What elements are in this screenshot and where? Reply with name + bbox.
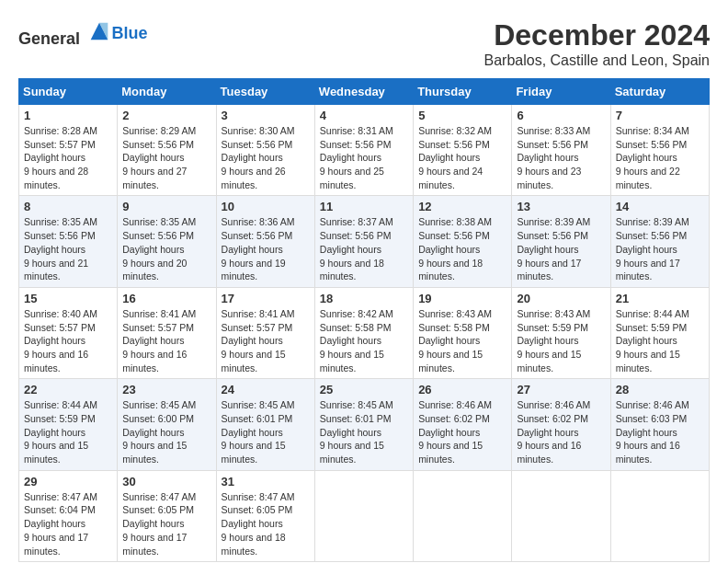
day-number: 29 <box>24 475 112 488</box>
sunset-label: Sunset: 6:02 PM <box>418 413 490 424</box>
sunrise-label: Sunrise: 8:44 AM <box>24 399 97 410</box>
daylight-value: 9 hours and 15 minutes. <box>418 349 483 373</box>
daylight-label: Daylight hours <box>320 335 381 346</box>
calendar-cell: 29 Sunrise: 8:47 AM Sunset: 6:04 PM Dayl… <box>19 470 118 561</box>
sunset-label: Sunset: 6:03 PM <box>616 413 688 424</box>
header-day-monday: Monday <box>118 79 216 105</box>
day-number: 16 <box>122 292 210 305</box>
calendar-cell <box>512 470 610 561</box>
calendar-cell: 9 Sunrise: 8:35 AM Sunset: 5:56 PM Dayli… <box>118 196 216 287</box>
daylight-label: Daylight hours <box>320 244 381 255</box>
calendar-cell <box>314 470 413 561</box>
daylight-label: Daylight hours <box>222 335 283 346</box>
day-number: 30 <box>122 475 210 488</box>
sunrise-label: Sunrise: 8:45 AM <box>222 399 295 410</box>
daylight-label: Daylight hours <box>24 335 85 346</box>
daylight-value: 9 hours and 15 minutes. <box>320 440 384 465</box>
sunrise-label: Sunrise: 8:44 AM <box>616 308 689 319</box>
day-number: 23 <box>122 383 210 396</box>
sunset-label: Sunset: 5:56 PM <box>517 139 588 150</box>
daylight-label: Daylight hours <box>517 152 578 163</box>
sunset-label: Sunset: 5:56 PM <box>616 230 688 241</box>
daylight-value: 9 hours and 28 minutes. <box>24 166 88 190</box>
sunrise-label: Sunrise: 8:45 AM <box>122 399 196 410</box>
day-number: 22 <box>24 383 112 396</box>
logo: General Blue <box>18 18 148 49</box>
daylight-label: Daylight hours <box>418 152 480 163</box>
day-number: 1 <box>24 109 112 122</box>
day-info: Sunrise: 8:35 AM Sunset: 5:56 PM Dayligh… <box>24 215 112 282</box>
sunset-label: Sunset: 5:56 PM <box>418 139 490 150</box>
day-number: 18 <box>320 292 408 305</box>
daylight-value: 9 hours and 16 minutes. <box>616 440 680 465</box>
daylight-label: Daylight hours <box>418 335 480 346</box>
sunrise-label: Sunrise: 8:39 AM <box>616 216 689 227</box>
sunrise-label: Sunrise: 8:41 AM <box>222 308 295 319</box>
sunset-label: Sunset: 5:56 PM <box>320 139 392 150</box>
header-day-tuesday: Tuesday <box>216 79 314 105</box>
sunset-label: Sunset: 6:05 PM <box>122 504 194 515</box>
day-info: Sunrise: 8:46 AM Sunset: 6:02 PM Dayligh… <box>418 398 506 465</box>
daylight-value: 9 hours and 19 minutes. <box>222 258 286 282</box>
day-info: Sunrise: 8:46 AM Sunset: 6:02 PM Dayligh… <box>517 398 605 465</box>
daylight-value: 9 hours and 16 minutes. <box>517 440 581 465</box>
sunset-label: Sunset: 6:00 PM <box>122 413 194 424</box>
sunrise-label: Sunrise: 8:39 AM <box>517 216 590 227</box>
daylight-label: Daylight hours <box>222 152 283 163</box>
daylight-label: Daylight hours <box>517 427 578 438</box>
daylight-value: 9 hours and 16 minutes. <box>122 349 187 373</box>
calendar-cell: 6 Sunrise: 8:33 AM Sunset: 5:56 PM Dayli… <box>512 105 610 196</box>
sunrise-label: Sunrise: 8:43 AM <box>517 308 590 319</box>
daylight-label: Daylight hours <box>517 335 578 346</box>
day-info: Sunrise: 8:37 AM Sunset: 5:56 PM Dayligh… <box>320 215 408 282</box>
sunset-label: Sunset: 5:56 PM <box>24 230 96 241</box>
sunrise-label: Sunrise: 8:37 AM <box>320 216 393 227</box>
day-info: Sunrise: 8:31 AM Sunset: 5:56 PM Dayligh… <box>320 124 408 191</box>
daylight-label: Daylight hours <box>320 427 381 438</box>
calendar-cell: 20 Sunrise: 8:43 AM Sunset: 5:59 PM Dayl… <box>512 287 610 378</box>
daylight-label: Daylight hours <box>418 427 480 438</box>
day-info: Sunrise: 8:45 AM Sunset: 6:00 PM Dayligh… <box>122 398 210 465</box>
calendar-cell: 12 Sunrise: 8:38 AM Sunset: 5:56 PM Dayl… <box>414 196 512 287</box>
day-number: 8 <box>24 200 112 213</box>
daylight-label: Daylight hours <box>24 427 85 438</box>
day-info: Sunrise: 8:29 AM Sunset: 5:56 PM Dayligh… <box>122 124 210 191</box>
sunset-label: Sunset: 5:59 PM <box>616 322 688 333</box>
day-number: 9 <box>122 200 210 213</box>
daylight-label: Daylight hours <box>122 152 184 163</box>
title-block: December 2024 Barbalos, Castille and Leo… <box>484 18 711 69</box>
calendar-cell: 8 Sunrise: 8:35 AM Sunset: 5:56 PM Dayli… <box>19 196 118 287</box>
header-day-friday: Friday <box>512 79 610 105</box>
sunset-label: Sunset: 5:58 PM <box>320 322 392 333</box>
logo-general: General <box>18 29 80 48</box>
calendar-cell: 28 Sunrise: 8:46 AM Sunset: 6:03 PM Dayl… <box>610 379 709 470</box>
sunset-label: Sunset: 5:59 PM <box>24 413 96 424</box>
header-day-saturday: Saturday <box>610 79 709 105</box>
day-number: 31 <box>222 475 310 488</box>
daylight-value: 9 hours and 18 minutes. <box>222 532 286 557</box>
sunrise-label: Sunrise: 8:43 AM <box>418 308 492 319</box>
daylight-label: Daylight hours <box>418 244 480 255</box>
day-info: Sunrise: 8:41 AM Sunset: 5:57 PM Dayligh… <box>222 307 310 374</box>
day-info: Sunrise: 8:43 AM Sunset: 5:58 PM Dayligh… <box>418 307 506 374</box>
daylight-value: 9 hours and 15 minutes. <box>24 440 88 465</box>
day-number: 13 <box>517 200 605 213</box>
calendar-cell: 23 Sunrise: 8:45 AM Sunset: 6:00 PM Dayl… <box>118 379 216 470</box>
sunset-label: Sunset: 5:58 PM <box>418 322 490 333</box>
calendar-cell: 16 Sunrise: 8:41 AM Sunset: 5:57 PM Dayl… <box>118 287 216 378</box>
sunrise-label: Sunrise: 8:30 AM <box>222 125 295 136</box>
header-day-thursday: Thursday <box>414 79 512 105</box>
day-number: 14 <box>616 200 704 213</box>
daylight-label: Daylight hours <box>122 335 184 346</box>
daylight-label: Daylight hours <box>616 152 677 163</box>
header-day-sunday: Sunday <box>19 79 118 105</box>
calendar-cell: 1 Sunrise: 8:28 AM Sunset: 5:57 PM Dayli… <box>19 105 118 196</box>
calendar-header-row: SundayMondayTuesdayWednesdayThursdayFrid… <box>19 79 710 105</box>
day-info: Sunrise: 8:33 AM Sunset: 5:56 PM Dayligh… <box>517 124 605 191</box>
day-info: Sunrise: 8:40 AM Sunset: 5:57 PM Dayligh… <box>24 307 112 374</box>
day-number: 19 <box>418 292 506 305</box>
daylight-value: 9 hours and 25 minutes. <box>320 166 384 190</box>
day-info: Sunrise: 8:35 AM Sunset: 5:56 PM Dayligh… <box>122 215 210 282</box>
calendar-cell: 10 Sunrise: 8:36 AM Sunset: 5:56 PM Dayl… <box>216 196 314 287</box>
sunset-label: Sunset: 6:01 PM <box>222 413 293 424</box>
